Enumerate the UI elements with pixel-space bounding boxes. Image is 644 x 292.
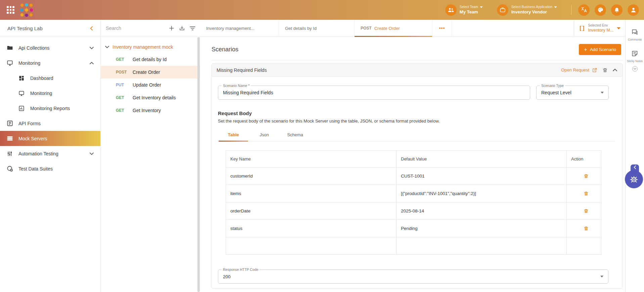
bell-icon bbox=[614, 7, 620, 13]
chevron-left-icon bbox=[90, 26, 93, 31]
default-value-cell[interactable]: 2025-08-14 bbox=[397, 202, 567, 220]
sidebar-collapse-button[interactable] bbox=[90, 26, 93, 31]
sidebar-item-dashboard[interactable]: Dashboard bbox=[0, 70, 100, 86]
open-request-link[interactable]: Open Request bbox=[561, 67, 597, 73]
tree-root-inventory-management-mock[interactable]: Inventory management mock bbox=[101, 42, 200, 53]
delete-row-button[interactable] bbox=[584, 226, 589, 231]
request-item-create-order[interactable]: POST Create Order bbox=[101, 66, 200, 79]
explorer-scrollbar[interactable] bbox=[197, 37, 200, 292]
method-badge: GET bbox=[116, 57, 133, 62]
environment-selector[interactable]: [ ] Selected Env Inventory M... bbox=[574, 20, 625, 37]
request-item-get-inventory-details[interactable]: GET Get Inventory details bbox=[101, 91, 200, 104]
tab-label: Get details by Id bbox=[285, 26, 317, 31]
sidebar: API Testing Lab Api Collections Monitori… bbox=[0, 20, 101, 292]
more-tabs-button[interactable]: ••• bbox=[432, 20, 452, 37]
sidebar-item-automation-testing[interactable]: Automation Testing bbox=[0, 146, 100, 161]
delete-scenario-button[interactable] bbox=[602, 67, 608, 73]
data-suite-icon bbox=[7, 165, 13, 172]
sidebar-item-test-data-suites[interactable]: Test Data Suites bbox=[0, 161, 100, 176]
key-name-cell[interactable]: orderDate bbox=[226, 202, 397, 220]
request-body-description: Set the request body of the scenario for… bbox=[218, 118, 615, 124]
sticky-notes-button[interactable]: Sticky Notes bbox=[627, 50, 643, 63]
format-tab-json[interactable]: Json bbox=[249, 129, 280, 141]
default-value-cell[interactable]: CUST-1001 bbox=[397, 167, 567, 185]
form-icon bbox=[7, 120, 13, 127]
briefcase-icon bbox=[497, 4, 508, 16]
scenario-name-label: Scenario Name * bbox=[222, 84, 251, 88]
method-badge: GET bbox=[116, 108, 133, 113]
add-scenario-button[interactable]: + Add Scenario bbox=[579, 44, 621, 55]
comments-label: Comments bbox=[628, 38, 642, 41]
request-body-table: Key Name Default Value Action customerId… bbox=[226, 150, 601, 255]
default-value-cell[interactable] bbox=[397, 237, 567, 255]
key-name-cell[interactable]: status bbox=[226, 220, 397, 237]
team-selector[interactable]: Select Team My Team bbox=[445, 4, 483, 16]
delete-row-button[interactable] bbox=[584, 208, 589, 214]
sliders-icon bbox=[7, 150, 13, 157]
sidebar-item-monitoring[interactable]: Monitoring bbox=[0, 55, 100, 70]
sticky-notes-label: Sticky Notes bbox=[627, 59, 643, 63]
bug-report-button[interactable] bbox=[625, 170, 643, 188]
scenario-type-select[interactable]: Scenario Type Request Level bbox=[536, 86, 609, 100]
caret-down-icon bbox=[601, 92, 604, 94]
method-badge: GET bbox=[116, 95, 133, 100]
sticky-note-icon bbox=[631, 50, 638, 57]
add-request-button[interactable] bbox=[169, 26, 174, 31]
profile-button[interactable] bbox=[628, 4, 639, 16]
search-input[interactable] bbox=[106, 26, 164, 31]
collapse-scenario-button[interactable] bbox=[613, 68, 617, 71]
scenario-name-field[interactable]: Scenario Name * Missing Required Fields bbox=[218, 86, 530, 100]
key-name-cell[interactable]: customerId bbox=[226, 167, 397, 185]
notifications-button[interactable] bbox=[611, 4, 623, 16]
request-item-get-inventory[interactable]: GET Get Inventory bbox=[101, 104, 200, 117]
request-item-get-details-by-id[interactable]: GET Get details by Id bbox=[101, 53, 200, 66]
dashboard-icon bbox=[18, 75, 25, 81]
palette-icon bbox=[597, 7, 604, 13]
import-button[interactable] bbox=[179, 25, 185, 31]
table-row: customerId CUST-1001 bbox=[226, 167, 601, 185]
delete-row-button[interactable] bbox=[584, 191, 589, 196]
sidebar-item-mock-servers[interactable]: Mock Servers bbox=[0, 131, 100, 146]
rail-expand-button[interactable] bbox=[632, 66, 638, 71]
sidebar-item-label: Dashboard bbox=[30, 76, 53, 81]
filter-button[interactable] bbox=[190, 26, 195, 31]
comments-button[interactable]: Comments bbox=[628, 29, 642, 41]
env-label: Selected Env bbox=[588, 23, 613, 28]
translate-button[interactable] bbox=[578, 4, 590, 16]
sidebar-item-monitoring-child[interactable]: Monitoring bbox=[0, 86, 100, 101]
tab-inventory-management[interactable]: Inventory management... bbox=[200, 20, 279, 37]
format-tab-schema[interactable]: Schema bbox=[280, 129, 311, 141]
app-launcher-icon[interactable] bbox=[7, 6, 14, 14]
tab-create-order[interactable]: POST Create Order bbox=[355, 20, 432, 37]
request-item-update-order[interactable]: PUT Update Order bbox=[101, 79, 200, 91]
open-request-label: Open Request bbox=[561, 67, 589, 72]
scenario-card-title: Missing Required Fields bbox=[217, 67, 267, 73]
column-header-default-value: Default Value bbox=[397, 151, 567, 167]
app-selector-label: Select Business Application bbox=[511, 5, 552, 9]
delete-row-button[interactable] bbox=[584, 173, 589, 179]
table-row: items [{"productId":"INV-1001","quantity… bbox=[226, 185, 601, 202]
sidebar-item-monitoring-reports[interactable]: Monitoring Reports bbox=[0, 101, 100, 116]
default-value-cell[interactable]: [{"productId":"INV-1001","quantity":2}] bbox=[397, 185, 567, 202]
theme-button[interactable] bbox=[595, 4, 606, 16]
trash-icon bbox=[584, 173, 589, 179]
business-application-selector[interactable]: Select Business Application Inventory Ve… bbox=[497, 4, 557, 16]
caret-down-icon bbox=[480, 6, 483, 8]
key-name-cell[interactable] bbox=[226, 237, 397, 255]
default-value-cell[interactable]: Pending bbox=[397, 220, 567, 237]
response-http-code-select[interactable]: Response HTTP Code 200 bbox=[218, 270, 608, 284]
bug-report-widget bbox=[625, 164, 643, 190]
sidebar-item-api-collections[interactable]: Api Collections bbox=[0, 40, 100, 55]
main-area: Inventory management... Get details by I… bbox=[200, 20, 625, 292]
bar-chart-icon bbox=[18, 105, 25, 111]
format-tab-table[interactable]: Table bbox=[218, 129, 249, 141]
request-name: Get Inventory details bbox=[133, 95, 176, 100]
key-name-cell[interactable]: items bbox=[226, 185, 397, 202]
sidebar-item-label: Monitoring bbox=[30, 91, 52, 96]
scenario-name-value: Missing Required Fields bbox=[223, 90, 273, 95]
bug-icon bbox=[629, 175, 639, 184]
trash-icon bbox=[602, 67, 608, 73]
sidebar-item-api-forms[interactable]: API Forms bbox=[0, 116, 100, 131]
tab-get-details-by-id[interactable]: Get details by Id bbox=[279, 20, 355, 37]
chevron-down-icon bbox=[105, 46, 109, 48]
